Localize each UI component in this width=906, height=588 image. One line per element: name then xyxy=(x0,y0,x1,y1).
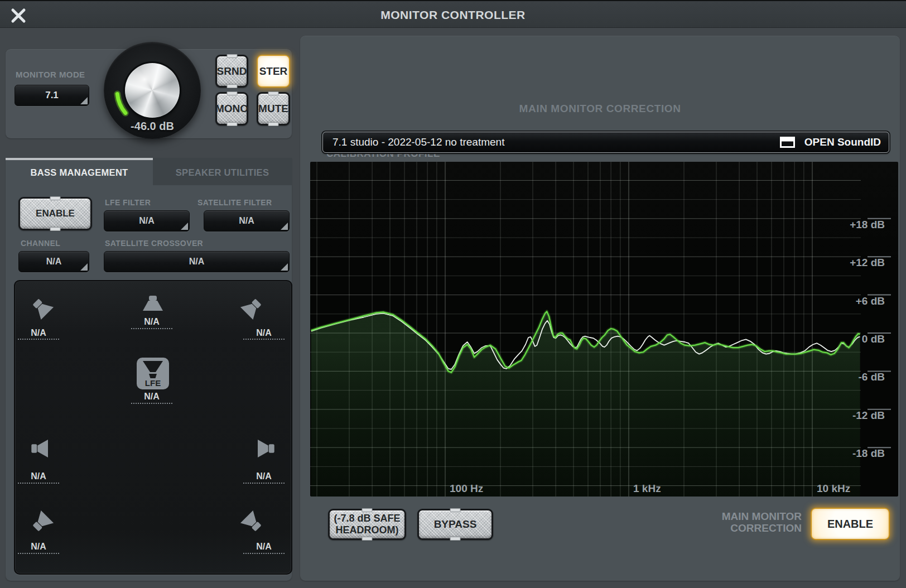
lfe-trim[interactable]: N/A xyxy=(131,392,172,402)
open-soundid-label: OPEN SoundID xyxy=(804,136,881,148)
svg-text:1 kHz: 1 kHz xyxy=(633,483,661,494)
monitor-mode-label: MONITOR MODE xyxy=(16,70,85,79)
ster-label: STER xyxy=(259,65,288,78)
rear-right-underline xyxy=(243,553,285,554)
calibration-profile-select[interactable]: 7.1 studio - 2022-05-12 no treatment OPE… xyxy=(322,132,889,153)
rear-left-value: N/A xyxy=(31,542,46,551)
ster-button[interactable]: STER xyxy=(257,55,290,88)
open-soundid-button[interactable]: OPEN SoundID xyxy=(780,136,881,148)
center-speaker-icon xyxy=(139,293,167,316)
side-right-value: N/A xyxy=(256,471,272,481)
satellite-crossover-label: SATELLITE CROSSOVER xyxy=(105,239,203,248)
side-left-underline xyxy=(18,483,59,484)
app-window-icon xyxy=(780,137,795,148)
bypass-label: BYPASS xyxy=(434,518,477,531)
satellite-filter-label: SATELLITE FILTER xyxy=(197,198,272,207)
svg-text:+6 dB: +6 dB xyxy=(856,295,885,307)
svg-text:100 Hz: 100 Hz xyxy=(450,483,483,494)
channel-label: CHANNEL xyxy=(21,239,60,248)
lfe-filter-value: N/A xyxy=(139,216,155,226)
front-left-speaker-icon xyxy=(26,292,60,326)
center-value: N/A xyxy=(144,317,160,326)
main-monitor-correction-panel: MAIN MONITOR CORRECTION CALIBRATION PROF… xyxy=(300,36,900,581)
channel-select[interactable]: N/A xyxy=(18,251,89,272)
tab-bass-management-label: BASS MANAGEMENT xyxy=(30,167,128,178)
lfe-value: N/A xyxy=(144,392,160,401)
side-right-speaker-icon xyxy=(252,436,276,461)
lfe-filter-label: LFE FILTER xyxy=(105,198,151,207)
svg-text:10 kHz: 10 kHz xyxy=(817,483,850,494)
front-right-value: N/A xyxy=(256,328,272,338)
rear-left-speaker-icon xyxy=(26,504,60,538)
side-left-value: N/A xyxy=(31,471,46,481)
frequency-response-chart: +18 dB+12 dB+6 dB0 dB-6 dB-12 dB-18 dB10… xyxy=(310,162,898,497)
center-trim[interactable]: N/A xyxy=(131,317,172,327)
front-left-trim[interactable]: N/A xyxy=(18,328,59,338)
front-right-speaker-icon xyxy=(234,292,268,326)
tab-bass-management[interactable]: BASS MANAGEMENT xyxy=(6,158,153,185)
main-monitor-correction-enable-button[interactable]: ENABLE xyxy=(811,508,890,540)
monitor-controller-window: MONITOR CONTROLLER MONITOR MODE 7.1 -46.… xyxy=(0,0,906,588)
svg-text:-12 dB: -12 dB xyxy=(852,409,885,421)
lfe-speaker-icon: LFE xyxy=(136,357,170,390)
front-right-underline xyxy=(243,339,285,340)
knob-cap xyxy=(125,63,180,118)
srnd-label: SRND xyxy=(217,65,247,78)
mono-label: MONO xyxy=(215,103,248,115)
side-left-speaker-icon xyxy=(30,436,54,461)
side-right-underline xyxy=(243,483,285,484)
side-right-trim[interactable]: N/A xyxy=(243,471,285,481)
monitor-mode-select[interactable]: 7.1 xyxy=(15,85,89,106)
lfe-underline xyxy=(131,403,172,404)
tab-speaker-utilities-label: SPEAKER UTILITIES xyxy=(176,167,269,178)
safe-headroom-label: (-7.8 dB SAFE HEADROOM) xyxy=(334,513,400,536)
lfe-icon-label: LFE xyxy=(145,378,161,388)
mono-button[interactable]: MONO xyxy=(215,92,248,126)
svg-text:+18 dB: +18 dB xyxy=(850,219,885,230)
speaker-layout-box: N/A N/A N/A LFE xyxy=(14,280,292,575)
volume-readout: -46.0 dB xyxy=(104,120,201,133)
main-monitor-correction-enable-label: ENABLE xyxy=(827,518,873,531)
rear-right-speaker-icon xyxy=(234,504,268,538)
front-left-value: N/A xyxy=(31,328,46,338)
svg-text:+12 dB: +12 dB xyxy=(850,257,885,268)
frequency-response-plot: +18 dB+12 dB+6 dB0 dB-6 dB-12 dB-18 dB10… xyxy=(310,162,898,497)
satellite-crossover-select[interactable]: N/A xyxy=(104,251,290,272)
satellite-filter-value: N/A xyxy=(239,216,254,226)
svg-text:-18 dB: -18 dB xyxy=(852,447,885,459)
window-title: MONITOR CONTROLLER xyxy=(0,1,906,29)
bass-management-enable-button[interactable]: ENABLE xyxy=(18,197,92,230)
front-left-underline xyxy=(18,339,59,340)
bypass-button[interactable]: BYPASS xyxy=(417,509,493,540)
safe-headroom-button[interactable]: (-7.8 dB SAFE HEADROOM) xyxy=(328,509,406,540)
side-left-trim[interactable]: N/A xyxy=(18,471,59,481)
satellite-crossover-value: N/A xyxy=(189,257,205,267)
satellite-filter-select[interactable]: N/A xyxy=(204,210,290,232)
rear-right-value: N/A xyxy=(256,542,272,551)
channel-value: N/A xyxy=(46,257,62,267)
tab-speaker-utilities[interactable]: SPEAKER UTILITIES xyxy=(153,158,292,185)
rear-left-trim[interactable]: N/A xyxy=(18,542,59,552)
svg-text:0 dB: 0 dB xyxy=(862,333,885,345)
mute-label: MUTE xyxy=(258,103,288,115)
center-underline xyxy=(131,328,172,329)
bass-management-enable-label: ENABLE xyxy=(36,208,75,219)
bass-management-panel: BASS MANAGEMENT SPEAKER UTILITIES ENABLE… xyxy=(6,158,292,581)
calibration-profile-value: 7.1 studio - 2022-05-12 no treatment xyxy=(332,136,780,148)
main-monitor-correction-title: MAIN MONITOR CORRECTION xyxy=(300,103,900,115)
mute-button[interactable]: MUTE xyxy=(257,92,290,126)
monitor-mode-value: 7.1 xyxy=(45,90,59,101)
rear-left-underline xyxy=(18,553,59,554)
srnd-button[interactable]: SRND xyxy=(215,55,248,88)
title-bar: MONITOR CONTROLLER xyxy=(0,0,906,28)
front-right-trim[interactable]: N/A xyxy=(243,328,285,338)
main-monitor-correction-footer-label: MAIN MONITOR CORRECTION xyxy=(722,511,802,534)
rear-right-trim[interactable]: N/A xyxy=(243,542,285,552)
lfe-filter-select[interactable]: N/A xyxy=(104,210,190,232)
svg-text:-6 dB: -6 dB xyxy=(859,371,885,383)
